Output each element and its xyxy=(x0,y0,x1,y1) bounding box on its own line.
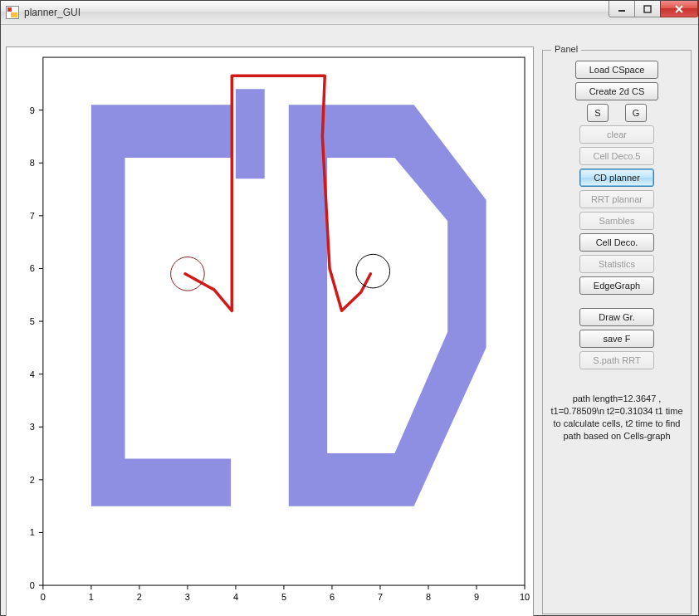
svg-text:7: 7 xyxy=(30,211,35,221)
minimize-button[interactable] xyxy=(609,1,635,17)
svg-rect-1 xyxy=(644,6,651,12)
window-controls xyxy=(609,1,698,17)
svg-text:5: 5 xyxy=(30,316,35,326)
start-button[interactable]: S xyxy=(587,104,609,122)
close-button[interactable] xyxy=(660,1,698,17)
app-icon xyxy=(6,6,19,19)
sambles-button[interactable]: Sambles xyxy=(579,212,654,230)
svg-text:1: 1 xyxy=(89,592,94,602)
window-title: planner_GUI xyxy=(24,7,81,18)
edge-graph-button[interactable]: EdgeGraph xyxy=(579,276,654,295)
svg-text:5: 5 xyxy=(281,592,286,602)
create-2d-cs-button[interactable]: Create 2d CS xyxy=(575,82,658,100)
save-f-button[interactable]: save F xyxy=(579,330,654,348)
sg-row: S G xyxy=(587,104,647,122)
cell-deco-button[interactable]: Cell Deco. xyxy=(579,233,654,252)
svg-text:0: 0 xyxy=(30,580,35,590)
svg-text:4: 4 xyxy=(233,592,238,602)
goal-button[interactable]: G xyxy=(625,104,647,122)
svg-text:1: 1 xyxy=(30,527,35,537)
maximize-icon xyxy=(643,5,652,13)
control-panel: Panel Load CSpace Create 2d CS S G clear… xyxy=(542,50,692,614)
client-area: 0123456789100123456789 Panel Load CSpace… xyxy=(1,25,698,615)
svg-marker-48 xyxy=(236,89,265,178)
svg-text:6: 6 xyxy=(30,263,35,273)
spath-rrt-button[interactable]: S.path RRT xyxy=(579,351,654,369)
svg-text:2: 2 xyxy=(30,475,35,485)
svg-text:2: 2 xyxy=(137,592,142,602)
svg-text:7: 7 xyxy=(378,592,383,602)
maximize-button[interactable] xyxy=(634,1,661,17)
svg-text:6: 6 xyxy=(330,592,335,602)
plot-canvas: 0123456789100123456789 xyxy=(7,47,533,616)
close-icon xyxy=(674,4,684,14)
panel-body: Load CSpace Create 2d CS S G clear Cell … xyxy=(543,51,691,450)
svg-text:0: 0 xyxy=(41,592,46,602)
cd-planner-button[interactable]: CD planner xyxy=(579,169,654,187)
svg-text:8: 8 xyxy=(426,592,431,602)
svg-text:3: 3 xyxy=(185,592,190,602)
draw-gr-button[interactable]: Draw Gr. xyxy=(579,308,654,326)
info-text: path length=12.3647 , t1=0.78509\n t2=0.… xyxy=(550,393,683,442)
statistics-button[interactable]: Statistics xyxy=(579,255,654,273)
rrt-plannar-button[interactable]: RRT plannar xyxy=(579,190,654,208)
svg-text:9: 9 xyxy=(474,592,479,602)
svg-text:9: 9 xyxy=(30,105,35,115)
panel-title: Panel xyxy=(551,44,581,54)
svg-text:3: 3 xyxy=(30,422,35,432)
cell-deco-5-button[interactable]: Cell Deco.5 xyxy=(579,147,654,165)
minimize-icon xyxy=(618,5,626,13)
titlebar[interactable]: planner_GUI xyxy=(1,1,698,25)
plot-axes[interactable]: 0123456789100123456789 xyxy=(6,46,534,616)
app-window: planner_GUI 0123456789100123456789 Panel xyxy=(0,0,699,616)
load-cspace-button[interactable]: Load CSpace xyxy=(575,61,658,79)
svg-text:4: 4 xyxy=(30,369,35,379)
clear-button[interactable]: clear xyxy=(579,125,654,144)
svg-text:10: 10 xyxy=(520,592,530,602)
svg-text:8: 8 xyxy=(30,158,35,168)
